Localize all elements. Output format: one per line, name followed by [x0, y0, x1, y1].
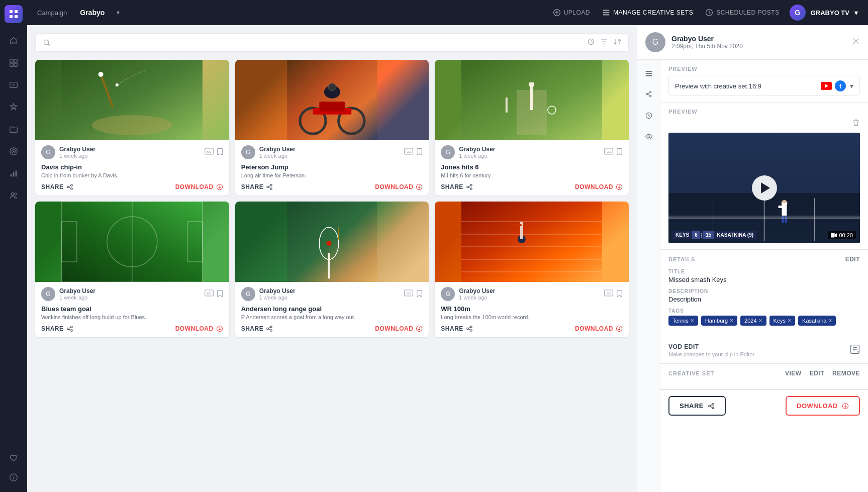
sort-icon[interactable]	[613, 38, 621, 47]
strip-share-icon[interactable]	[640, 86, 657, 103]
sidebar-item-home[interactable]	[4, 31, 23, 50]
creative-set-section: CREATIVE SET VIEW EDIT REMOVE	[660, 364, 868, 389]
share-button[interactable]: SHARE	[441, 325, 473, 332]
svg-rect-101	[645, 73, 652, 74]
sidebar-item-grid[interactable]	[4, 53, 23, 72]
scheduled-posts-action[interactable]: SCHEDULED POSTS	[705, 9, 780, 17]
video-preview[interactable]: KEYS 6 | 15 KASATKINA (9) 00:20	[668, 133, 860, 243]
vod-edit-icon[interactable]	[850, 344, 860, 357]
close-button[interactable]	[852, 37, 860, 48]
strip-layers-icon[interactable]	[640, 65, 657, 82]
sidebar-item-film[interactable]	[4, 75, 23, 94]
svg-rect-85	[461, 202, 602, 282]
search-actions	[587, 38, 621, 47]
sidebar-item-users[interactable]	[4, 186, 23, 205]
share-action-button[interactable]: SHARE	[668, 396, 726, 416]
manage-creative-sets-action[interactable]: MANAGE CREATIVE SETS	[602, 9, 693, 17]
strip-eye-icon[interactable]	[640, 128, 657, 145]
media-thumbnail[interactable]	[435, 202, 629, 282]
save-icon[interactable]	[217, 289, 223, 299]
svg-rect-5	[14, 59, 17, 62]
media-username: Grabyo User	[259, 146, 296, 153]
media-thumbnail[interactable]	[235, 202, 429, 282]
youtube-icon[interactable]	[821, 82, 832, 90]
tag-remove-button[interactable]: ×	[788, 317, 791, 324]
save-icon[interactable]	[416, 148, 423, 157]
media-thumbnail[interactable]	[435, 60, 629, 140]
strip-history-icon[interactable]	[640, 107, 657, 124]
download-button[interactable]: DOWNLOAD	[175, 183, 223, 190]
download-action-button[interactable]: DOWNLOAD	[786, 396, 860, 416]
search-input[interactable]	[55, 39, 583, 47]
history-icon[interactable]	[587, 38, 595, 47]
details-edit-button[interactable]: EDIT	[845, 256, 860, 263]
media-thumbnail[interactable]	[35, 60, 229, 140]
download-button[interactable]: DOWNLOAD	[375, 325, 423, 332]
cc-icon[interactable]: CC	[604, 148, 613, 157]
save-icon[interactable]	[616, 148, 623, 157]
svg-rect-22	[603, 14, 610, 15]
video-play-button[interactable]	[752, 175, 777, 201]
topbar-user[interactable]: G GRABYO TV ▾	[790, 5, 858, 21]
tag-remove-button[interactable]: ×	[691, 317, 694, 324]
filter-icon[interactable]	[600, 38, 608, 47]
sidebar-item-support[interactable]	[4, 468, 23, 487]
media-time: 1 week ago	[259, 294, 296, 301]
sidebar-item-folder[interactable]	[4, 120, 23, 139]
cc-icon[interactable]: CC	[404, 148, 413, 157]
svg-point-46	[270, 184, 272, 186]
tag-remove-button[interactable]: ×	[759, 317, 762, 324]
svg-rect-13	[13, 172, 15, 176]
svg-rect-6	[10, 63, 13, 66]
cc-icon[interactable]: CC	[604, 289, 613, 299]
download-button[interactable]: DOWNLOAD	[575, 325, 623, 332]
creative-remove-button[interactable]: REMOVE	[832, 370, 860, 377]
media-card-info: G Grabyo User 1 week ago CC	[435, 282, 629, 337]
main-wrapper: Campaign Grabyo ▾ UPLOAD MANAGE CREATIVE…	[27, 0, 868, 492]
media-card-icons: CC	[404, 148, 423, 157]
tags-row: Tennis × Hamburg × 2024 ×	[668, 316, 860, 326]
creative-edit-button[interactable]: EDIT	[810, 370, 824, 377]
save-icon[interactable]	[217, 148, 223, 157]
rp-strip	[637, 60, 660, 492]
cc-icon[interactable]: CC	[404, 289, 413, 299]
sidebar-item-sports[interactable]	[4, 97, 23, 117]
preview-chevron-icon[interactable]: ▾	[850, 82, 853, 90]
campaign-chevron-icon[interactable]: ▾	[117, 9, 120, 16]
sidebar-item-chart[interactable]	[4, 164, 23, 183]
facebook-icon[interactable]: f	[835, 80, 846, 91]
trash-icon[interactable]	[852, 119, 860, 129]
tag-remove-button[interactable]: ×	[828, 317, 832, 324]
media-thumbnail[interactable]	[35, 202, 229, 282]
vod-info: VOD EDIT Make changes to your clip in Ed…	[668, 343, 754, 357]
save-icon[interactable]	[616, 289, 623, 299]
creative-view-button[interactable]: VIEW	[785, 370, 802, 377]
media-card-icons: CC	[205, 289, 223, 299]
upload-action[interactable]: UPLOAD	[553, 9, 590, 17]
cc-icon[interactable]: CC	[205, 289, 214, 299]
media-actions: SHARE DOWNLOAD	[241, 325, 423, 332]
cc-icon[interactable]: CC	[205, 148, 214, 157]
svg-point-47	[270, 188, 272, 190]
share-button[interactable]: SHARE	[441, 183, 473, 190]
rp-content: PREVIEW Preview with creative set 16:9 f…	[637, 60, 868, 492]
sidebar-item-target[interactable]	[4, 142, 23, 161]
media-card-icons: CC	[404, 289, 423, 299]
media-thumbnail[interactable]	[235, 60, 429, 140]
app-logo[interactable]	[5, 5, 23, 23]
share-button[interactable]: SHARE	[241, 325, 273, 332]
vod-desc: Make changes to your clip in Editor	[668, 351, 754, 357]
download-button[interactable]: DOWNLOAD	[175, 325, 223, 332]
media-card-icons: CC	[604, 148, 623, 157]
share-button[interactable]: SHARE	[241, 183, 273, 190]
download-button[interactable]: DOWNLOAD	[375, 183, 423, 190]
tag-remove-button[interactable]: ×	[730, 317, 733, 324]
save-icon[interactable]	[416, 289, 423, 299]
topbar-actions: UPLOAD MANAGE CREATIVE SETS SCHEDULED PO…	[553, 9, 780, 17]
share-button[interactable]: SHARE	[41, 183, 73, 190]
preview-selector[interactable]: Preview with creative set 16:9 f ▾	[668, 76, 860, 96]
share-button[interactable]: SHARE	[41, 325, 73, 332]
download-button[interactable]: DOWNLOAD	[575, 183, 623, 190]
svg-rect-3	[15, 15, 18, 18]
sidebar-item-heart[interactable]	[4, 449, 23, 468]
